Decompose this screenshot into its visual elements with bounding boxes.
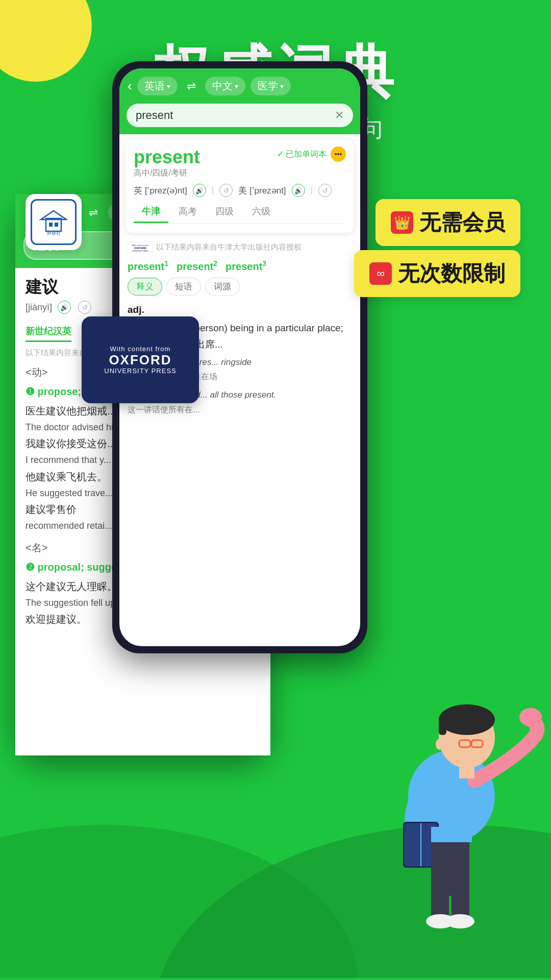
badge-no-limit-label: 无次数限制 <box>398 259 505 288</box>
audio-icon-back[interactable]: 🔊 <box>58 301 71 314</box>
svg-rect-25 <box>431 878 449 919</box>
oxford-badge-card: With content from OXFORD UNIVERSITY PRES… <box>82 316 199 403</box>
oxford-univ-press: UNIVERSITY PRESS <box>104 367 176 375</box>
svg-rect-4 <box>55 223 58 227</box>
tab-oxford[interactable]: 牛津 <box>134 201 168 223</box>
oxford-brand-text: OXFORD <box>109 353 171 368</box>
svg-point-13 <box>439 704 495 735</box>
pos-tag: adj. <box>128 302 352 318</box>
more-options-btn[interactable]: ••• <box>331 146 346 162</box>
infinity-icon: ∞ <box>369 262 392 285</box>
front-back-btn[interactable]: ‹ <box>128 78 132 94</box>
svg-text:With content from: With content from <box>132 244 149 247</box>
tab-cet6[interactable]: 六级 <box>244 201 279 223</box>
rotate-icon-back[interactable]: ↺ <box>78 301 91 314</box>
added-badge: ✓ 已加单词本 <box>277 149 327 160</box>
svg-rect-14 <box>439 720 446 735</box>
svg-rect-26 <box>452 878 469 919</box>
character-illustration <box>357 653 551 949</box>
mtab-phrase[interactable]: 短语 <box>166 278 201 296</box>
badge-no-member-label: 无需会员 <box>419 208 505 237</box>
uk-replay-btn[interactable]: ↺ <box>219 184 233 197</box>
badge-no-limit: ∞ 无次数限制 <box>354 250 520 297</box>
oxford-mini-logo: With content from OXFORD UNIVERSITY PRES… <box>128 240 153 254</box>
waiyangshe-badge: 外研社 <box>26 194 82 250</box>
tab-gaokao[interactable]: 高考 <box>170 201 205 223</box>
mtab-etymology[interactable]: 词源 <box>205 278 240 296</box>
tab-cet4[interactable]: 四级 <box>207 201 242 223</box>
nav-swap[interactable]: ⇌ <box>89 206 98 219</box>
front-variants: present1 present2 present3 <box>119 256 360 276</box>
variant2[interactable]: present2 <box>177 259 217 273</box>
variant1[interactable]: present1 <box>128 259 168 273</box>
front-nav-swap[interactable]: ⇌ <box>187 80 196 93</box>
svg-rect-3 <box>49 223 53 227</box>
svg-rect-2 <box>46 218 61 231</box>
front-nav-subject[interactable]: 医学 ▾ <box>251 77 291 95</box>
front-nav: ‹ 英语 ▾ ⇌ 中文 ▾ 医学 ▾ <box>119 68 360 101</box>
front-nav-lang2[interactable]: 中文 ▾ <box>205 77 245 95</box>
front-word-main: present 高中/四级/考研 <box>134 146 200 182</box>
svg-text:OXFORD: OXFORD <box>134 247 146 250</box>
svg-rect-29 <box>431 827 472 842</box>
svg-point-28 <box>446 914 474 928</box>
svg-rect-23 <box>459 763 474 778</box>
svg-text:外研社: 外研社 <box>47 231 61 236</box>
oxford-with-content: With content from <box>110 345 171 353</box>
front-search-area: present ✕ <box>119 101 360 134</box>
svg-text:UNIVERSITY PRESS: UNIVERSITY PRESS <box>133 250 148 252</box>
clear-icon[interactable]: ✕ <box>335 109 344 122</box>
front-phonetics: 英 [ˈprez(ə)nt] 🔊 | ↺ 美 [ˈprezənt] 🔊 | ↺ <box>134 184 346 197</box>
us-replay-btn[interactable]: ↺ <box>318 184 332 197</box>
waiyangshe-inner: 外研社 <box>31 199 77 245</box>
mtab-definition[interactable]: 释义 <box>128 278 162 296</box>
front-search-input[interactable]: present ✕ <box>127 104 353 127</box>
front-word-card: present 高中/四级/考研 ✓ 已加单词本 ••• 英 [ˈprez(ə)… <box>126 139 354 233</box>
dict-source: 新世纪汉英 <box>26 322 71 342</box>
crown-icon: 👑 <box>391 211 413 234</box>
front-nav-lang1[interactable]: 英语 ▾ <box>137 77 178 95</box>
svg-point-18 <box>436 739 444 750</box>
us-audio-btn[interactable]: 🔊 <box>292 184 305 197</box>
waiyangshe-logo-icon: 外研社 <box>38 208 69 236</box>
uk-audio-btn[interactable]: 🔊 <box>193 184 206 197</box>
character-svg <box>357 653 551 949</box>
front-tabs-row: 牛津 高考 四级 六级 <box>134 201 346 224</box>
meaning-tabs: 释义 短语 词源 <box>119 276 360 298</box>
svg-point-19 <box>519 708 542 726</box>
oxford-source-note: With content from OXFORD UNIVERSITY PRES… <box>119 238 360 256</box>
badge-no-member: 👑 无需会员 <box>375 199 520 246</box>
variant3[interactable]: present3 <box>226 259 266 273</box>
